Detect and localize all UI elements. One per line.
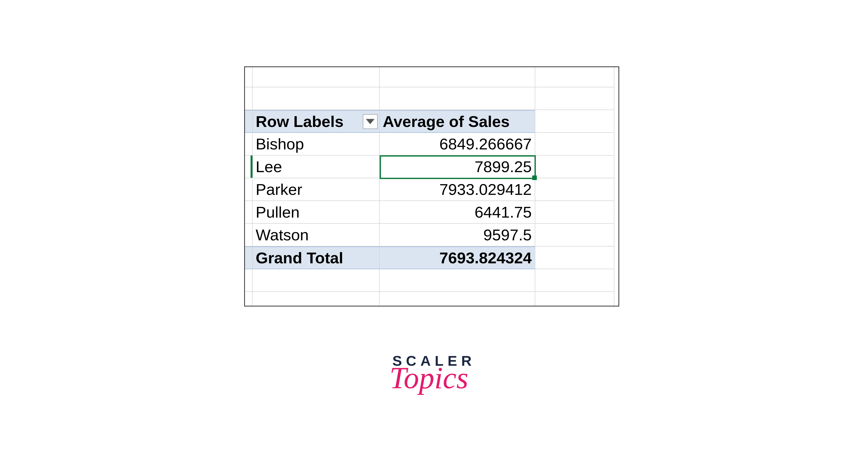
filter-dropdown-button[interactable] (363, 114, 378, 129)
empty-cell[interactable] (253, 66, 380, 87)
row-value-cell[interactable]: 6849.266667 (380, 133, 535, 155)
empty-cell[interactable] (535, 178, 614, 201)
empty-cell[interactable] (253, 87, 380, 110)
table-row: Bishop 6849.266667 (245, 133, 618, 155)
selection-edge-indicator (251, 155, 253, 178)
empty-row (245, 66, 618, 87)
empty-cell[interactable] (535, 133, 614, 155)
table-row: Watson 9597.5 (245, 224, 618, 247)
chevron-down-icon (366, 118, 375, 125)
empty-cell[interactable] (535, 224, 614, 247)
empty-cell[interactable] (535, 110, 614, 133)
table-row: Lee 7899.25 (245, 155, 618, 178)
row-value-cell[interactable]: 9597.5 (380, 224, 535, 247)
empty-cell[interactable] (253, 292, 380, 307)
grand-total-value-cell[interactable]: 7693.824324 (380, 247, 535, 269)
empty-cell[interactable] (380, 87, 535, 110)
table-row: Parker 7933.029412 (245, 178, 618, 201)
row-label-cell[interactable]: Parker (253, 178, 380, 201)
row-label-cell[interactable]: Lee (253, 155, 380, 178)
values-header-text: Average of Sales (383, 112, 509, 131)
row-label-cell[interactable]: Watson (253, 224, 380, 247)
empty-row (245, 269, 618, 292)
row-label-cell[interactable]: Bishop (253, 133, 380, 155)
empty-cell[interactable] (535, 155, 614, 178)
empty-cell[interactable] (535, 201, 614, 224)
grand-total-label-cell[interactable]: Grand Total (253, 247, 380, 269)
row-value-cell[interactable]: 7933.029412 (380, 178, 535, 201)
empty-row (245, 87, 618, 110)
empty-cell[interactable] (253, 269, 380, 292)
row-label-cell[interactable]: Pullen (253, 201, 380, 224)
empty-cell[interactable] (535, 66, 614, 87)
table-row: Pullen 6441.75 (245, 201, 618, 224)
grand-total-row: Grand Total 7693.824324 (245, 247, 618, 269)
pivot-header-row: Row Labels Average of Sales (245, 110, 618, 133)
svg-marker-0 (366, 119, 375, 124)
empty-cell[interactable] (535, 247, 614, 269)
brand-logo: SCALER Topics (393, 352, 475, 396)
brand-logo-line2: Topics (382, 361, 475, 396)
empty-cell[interactable] (535, 87, 614, 110)
empty-cell[interactable] (535, 292, 614, 307)
values-header-cell[interactable]: Average of Sales (380, 110, 535, 133)
spreadsheet-frame: Row Labels Average of Sales Bishop 6849.… (244, 66, 619, 307)
empty-cell[interactable] (380, 292, 535, 307)
empty-cell[interactable] (380, 269, 535, 292)
row-value-cell[interactable]: 6441.75 (380, 201, 535, 224)
spreadsheet-grid[interactable]: Row Labels Average of Sales Bishop 6849.… (245, 66, 618, 303)
empty-row (245, 292, 618, 307)
row-labels-header-cell[interactable]: Row Labels (253, 110, 380, 133)
empty-cell[interactable] (380, 66, 535, 87)
row-value-cell[interactable]: 7899.25 (380, 155, 535, 178)
empty-cell[interactable] (535, 269, 614, 292)
row-labels-header-text: Row Labels (256, 112, 344, 131)
